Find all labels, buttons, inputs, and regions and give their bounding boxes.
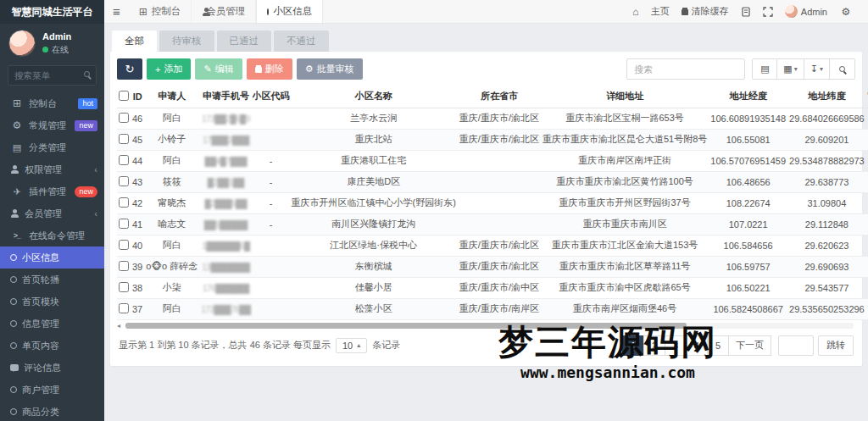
column-header: 小区名称 bbox=[290, 86, 458, 108]
sidebar-item[interactable]: 单页内容 bbox=[0, 335, 104, 357]
topbar-tabs: 控制台 会员管理 小区信息 bbox=[129, 0, 324, 23]
table-row: 37 阿白 173███76██ 松藻小区 重庆/重庆市/南岸区 重庆市南岸区烟… bbox=[117, 298, 868, 319]
home-link[interactable]: 主页 bbox=[629, 5, 670, 18]
select-all-checkbox[interactable] bbox=[119, 91, 129, 101]
sidebar-item[interactable]: 插件管理 new bbox=[0, 180, 104, 202]
sidebar-search-input[interactable] bbox=[8, 65, 97, 86]
cell-latitude: 29.535650253296 bbox=[787, 298, 866, 319]
sidebar-item[interactable]: 在线命令管理 bbox=[0, 224, 104, 247]
chevron-left-icon: ‹ bbox=[94, 208, 97, 219]
sidebar-item[interactable]: 首页轮播 bbox=[0, 269, 104, 291]
jump-page-input[interactable] bbox=[778, 335, 814, 356]
filter-tab[interactable]: 不通过 bbox=[274, 30, 329, 52]
clear-cache-link[interactable]: 清除缓存 bbox=[682, 5, 729, 18]
settings-gear-icon[interactable] bbox=[839, 6, 853, 18]
refresh-button[interactable]: ↻ bbox=[117, 58, 142, 80]
sidebar-item-label: 商品分类 bbox=[22, 406, 97, 418]
sidebar-item[interactable]: 分类管理 bbox=[0, 136, 104, 158]
table-search-input[interactable] bbox=[626, 58, 745, 80]
gear-icon: ⚙ bbox=[305, 64, 314, 75]
topbar-tab[interactable]: 控制台 bbox=[129, 0, 192, 23]
cell-address: 重庆市重庆市渝北区昆仑大道51号附8号 bbox=[541, 129, 709, 150]
sidebar-item-label: 控制台 bbox=[29, 97, 78, 110]
sidebar-item-label: 常规管理 bbox=[29, 119, 75, 132]
add-button[interactable]: +添加 bbox=[147, 58, 191, 80]
column-header: 所在省市 bbox=[458, 86, 541, 108]
row-checkbox[interactable] bbox=[119, 219, 129, 229]
filter-tab[interactable]: 待审核 bbox=[159, 30, 214, 52]
sidebar-item[interactable]: 会员管理 ‹ bbox=[0, 202, 104, 224]
sidebar-item[interactable]: 权限管理 ‹ bbox=[0, 158, 104, 180]
page-button[interactable]: 1 bbox=[622, 335, 644, 356]
page-button[interactable]: 3 bbox=[665, 335, 687, 356]
scrollbar-thumb[interactable] bbox=[125, 323, 687, 329]
topbar-tab[interactable]: 小区信息 bbox=[256, 0, 323, 23]
row-checkbox[interactable] bbox=[119, 176, 129, 186]
sidebar-item[interactable]: 商品分类 bbox=[0, 401, 104, 421]
filter-tab[interactable]: 全部 bbox=[112, 30, 157, 52]
column-header: 小区代码 bbox=[253, 86, 290, 108]
cell-address: 重庆市渝北区宝桐一路653号 bbox=[541, 108, 709, 129]
plane-icon bbox=[10, 186, 24, 197]
sidebar-item[interactable]: 信息管理 bbox=[0, 313, 104, 335]
page-button[interactable]: 下一页 bbox=[728, 335, 771, 356]
column-header: 申请手机号 bbox=[199, 86, 252, 108]
sidebar-item[interactable]: 评论信息 bbox=[0, 357, 104, 379]
sidebar-item-label: 权限管理 bbox=[25, 163, 91, 176]
sidebar-item[interactable]: 首页模块 bbox=[0, 291, 104, 313]
columns-button[interactable]: ▦▾ bbox=[777, 58, 804, 80]
circle-icon bbox=[10, 408, 17, 415]
sidebar-item[interactable]: 小区信息 bbox=[0, 247, 104, 269]
row-checkbox[interactable] bbox=[119, 113, 129, 123]
topbar-tab[interactable]: 会员管理 bbox=[192, 0, 256, 23]
page-size-select[interactable]: 10▴ bbox=[336, 338, 367, 353]
topbar-tab-label: 小区信息 bbox=[273, 5, 312, 18]
cell-id: 45 bbox=[131, 129, 144, 150]
refresh-icon: ↻ bbox=[125, 63, 135, 75]
document-icon[interactable] bbox=[741, 7, 751, 17]
pagination: 显示第 1 到第 10 条记录，总共 46 条记录 每页显示 10▴ 条记录 1… bbox=[117, 330, 855, 361]
person-icon bbox=[10, 209, 19, 218]
filter-tab[interactable]: 已通过 bbox=[217, 30, 272, 52]
export-button[interactable]: ↧▾ bbox=[804, 58, 830, 80]
search-button[interactable] bbox=[830, 58, 855, 80]
row-checkbox[interactable] bbox=[119, 240, 129, 250]
search-icon[interactable] bbox=[84, 71, 90, 77]
column-header: 申请人 bbox=[144, 86, 199, 108]
jump-button[interactable]: 跳转 bbox=[818, 335, 854, 356]
scroll-left-arrow-icon[interactable]: ◂ bbox=[117, 322, 120, 330]
sidebar-item[interactable]: 常规管理 new bbox=[0, 114, 104, 136]
page-button[interactable]: 2 bbox=[643, 335, 665, 356]
page-button[interactable]: 5 bbox=[707, 335, 729, 356]
delete-button[interactable]: 删除 bbox=[247, 58, 292, 80]
cell-latitude: 29.112848 bbox=[787, 213, 866, 235]
plus-icon: + bbox=[155, 64, 160, 75]
row-checkbox[interactable] bbox=[119, 155, 129, 165]
sidebar-item[interactable]: 控制台 hot bbox=[0, 92, 104, 114]
cell-phone: █2███5██ bbox=[199, 192, 252, 213]
home-icon bbox=[629, 6, 643, 18]
fullscreen-icon[interactable] bbox=[763, 7, 773, 17]
cell-address: 重庆市重庆市渝北区黄竹路100号 bbox=[541, 171, 709, 192]
cell-region bbox=[458, 150, 541, 171]
table-row: 44 阿白 ██4█7███ - 重庆港职工住宅 重庆市南岸区南坪正街 106.… bbox=[117, 150, 868, 171]
edit-button[interactable]: ✎编辑 bbox=[195, 58, 242, 80]
page-button[interactable]: 4 bbox=[686, 335, 708, 356]
batch-audit-button[interactable]: ⚙批量审核 bbox=[297, 58, 363, 80]
badge: hot bbox=[78, 98, 97, 109]
horizontal-scrollbar[interactable]: ◂ bbox=[117, 322, 855, 330]
row-checkbox[interactable] bbox=[119, 261, 129, 271]
person-icon bbox=[10, 165, 19, 174]
cell-latitude: 29.690693 bbox=[787, 256, 866, 277]
cell-longitude: 106.57076951459 bbox=[709, 150, 787, 171]
pagination-toggle-button[interactable]: ▤ bbox=[752, 58, 777, 80]
row-checkbox[interactable] bbox=[119, 303, 129, 313]
topbar-user[interactable]: Admin bbox=[785, 5, 827, 18]
row-checkbox[interactable] bbox=[119, 134, 129, 144]
avatar[interactable] bbox=[8, 30, 36, 57]
row-checkbox[interactable] bbox=[119, 282, 129, 292]
hamburger-menu-icon[interactable]: ≡ bbox=[104, 4, 129, 19]
sidebar-item[interactable]: 商户管理 bbox=[0, 379, 104, 401]
cell-longitude: 106.584656 bbox=[709, 235, 787, 256]
row-checkbox[interactable] bbox=[119, 197, 129, 208]
